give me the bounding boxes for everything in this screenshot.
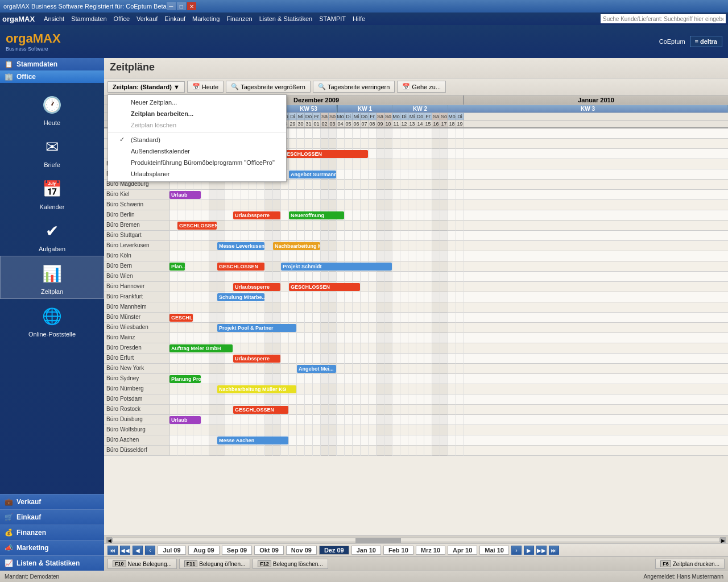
menu-listen[interactable]: Listen & Statistiken bbox=[256, 14, 316, 23]
cell-24-30 bbox=[408, 374, 416, 384]
nav-last-button[interactable]: ⏭ bbox=[549, 546, 559, 555]
sidebar-section-stammdaten[interactable]: 📋 Stammdaten bbox=[0, 58, 104, 70]
zeitplan-dropdown-button[interactable]: Zeitplan: (Standard) ▼ bbox=[107, 81, 185, 93]
nav-mai10[interactable]: Mai 10 bbox=[479, 546, 509, 555]
nav-aug09[interactable]: Aug 09 bbox=[188, 546, 220, 555]
event-11-1[interactable]: Nachbearbeitung Me... bbox=[273, 242, 320, 250]
nav-mrz10[interactable]: Mrz 10 bbox=[416, 546, 445, 555]
event-23-0[interactable]: Angebot Mei... bbox=[297, 365, 336, 373]
neue-belegung-button[interactable]: F10 Neue Belegung... bbox=[107, 559, 177, 569]
cal-body[interactable]: lung Müller KGEröffnung Heinze ...GESCHL… bbox=[104, 128, 728, 535]
gehe-zu-button[interactable]: 📅 Gehe zu... bbox=[397, 81, 446, 93]
cell-3-34 bbox=[440, 159, 448, 169]
briefe-icon: ✉ bbox=[39, 133, 66, 160]
nav-sep09[interactable]: Sep 09 bbox=[222, 546, 252, 555]
sidebar-item-finanzen[interactable]: 💰 Finanzen bbox=[0, 525, 104, 540]
cell-29-28 bbox=[392, 425, 400, 435]
cell-19-36 bbox=[456, 323, 464, 333]
nav-nov09[interactable]: Nov 09 bbox=[286, 546, 317, 555]
sidebar-item-marketing[interactable]: 📣 Marketing bbox=[0, 540, 104, 555]
nav-feb10[interactable]: Feb 10 bbox=[383, 546, 413, 555]
event-2-1[interactable]: GESCHLOSSEN bbox=[281, 150, 368, 158]
dropdown-edit[interactable]: Zeitplan bearbeiten... bbox=[108, 108, 286, 119]
dropdown-buromobel[interactable]: Produkteinführung Büromöbelprogramm "Off… bbox=[108, 157, 286, 168]
event-27-0[interactable]: GESCHLOSSEN bbox=[233, 406, 288, 414]
event-30-0[interactable]: Messe Aachen bbox=[217, 436, 288, 444]
menu-office[interactable]: Office bbox=[110, 14, 134, 23]
sidebar-section-office[interactable]: 🏢 Office bbox=[0, 70, 104, 83]
verringern-button[interactable]: 🔍 Tagesbreite verringern bbox=[313, 81, 395, 93]
menu-verkauf[interactable]: Verkauf bbox=[133, 14, 161, 23]
event-25-0[interactable]: Nachbearbeitung Müller KG bbox=[217, 385, 296, 393]
menu-marketing[interactable]: Marketing bbox=[189, 14, 223, 23]
scroll-track[interactable] bbox=[112, 538, 720, 542]
heute-button[interactable]: 📅 Heute bbox=[187, 81, 224, 93]
vergroessern-button[interactable]: 🔍 Tagesbreite vergrößern bbox=[226, 81, 311, 93]
dropdown-new[interactable]: Neuer Zeitplan... bbox=[108, 97, 286, 108]
event-28-0[interactable]: Urlaub bbox=[169, 416, 201, 424]
nav-prev-button[interactable]: ◀ bbox=[133, 546, 143, 555]
maximize-button[interactable]: □ bbox=[177, 2, 186, 10]
menu-einkauf[interactable]: Einkauf bbox=[161, 14, 189, 23]
event-6-0[interactable]: Urlaub bbox=[169, 191, 201, 199]
sidebar-item-briefe[interactable]: ✉ Briefe bbox=[0, 130, 104, 172]
nav-dez09[interactable]: Dez 09 bbox=[319, 546, 349, 555]
nav-next-small-button[interactable]: › bbox=[511, 546, 522, 555]
event-8-0[interactable]: Urlaubssperre bbox=[233, 211, 280, 219]
cell-4-32 bbox=[424, 169, 432, 180]
dropdown-standard[interactable]: ✓ (Standard) bbox=[108, 134, 286, 146]
scroll-left-icon[interactable]: ◄ bbox=[106, 537, 112, 543]
event-19-0[interactable]: Projekt Pool & Partner bbox=[217, 324, 296, 332]
cell-19-34 bbox=[440, 323, 448, 333]
nav-next-far-button[interactable]: ▶▶ bbox=[536, 546, 547, 555]
zeitplan-drucken-button[interactable]: F6 Zeitplan drucken... bbox=[655, 559, 725, 569]
event-4-2[interactable]: Angebot Surrmann bbox=[289, 171, 336, 178]
nav-next-button[interactable]: ▶ bbox=[524, 546, 534, 555]
nav-jul09[interactable]: Jul 09 bbox=[158, 546, 186, 555]
cell-0-35 bbox=[448, 128, 456, 139]
event-9-0[interactable]: GESCHLOSSEN bbox=[177, 222, 217, 230]
nav-prev-small-button[interactable]: ‹ bbox=[145, 546, 155, 555]
event-11-0[interactable]: Messe Leverkusen bbox=[217, 242, 264, 250]
menu-finanzen[interactable]: Finanzen bbox=[223, 14, 255, 23]
nav-apr10[interactable]: Apr 10 bbox=[448, 546, 477, 555]
nav-okt09[interactable]: Okt 09 bbox=[254, 546, 284, 555]
sidebar-item-zeitplan[interactable]: 📊 Zeitplan bbox=[0, 256, 104, 299]
event-8-1[interactable]: Neueröffnung bbox=[289, 211, 344, 219]
event-15-0[interactable]: Urlaubssperre bbox=[233, 283, 280, 291]
close-button[interactable]: ✕ bbox=[187, 2, 196, 10]
sidebar-item-online-poststelle[interactable]: 🌐 Online-Poststelle bbox=[0, 299, 104, 341]
sidebar-item-aufgaben[interactable]: ✔ Aufgaben bbox=[0, 214, 104, 256]
scroll-thumb[interactable] bbox=[355, 538, 401, 543]
sidebar-item-heute[interactable]: 🕐 Heute bbox=[0, 88, 104, 130]
event-16-0[interactable]: Schulung Mitarbe... bbox=[217, 293, 264, 301]
search-input[interactable] bbox=[601, 14, 726, 23]
belegung-oeffnen-button[interactable]: F11 Belegung öffnen... bbox=[179, 559, 251, 569]
belegung-loeschen-button[interactable]: F12 Belegung löschen... bbox=[253, 559, 328, 569]
menu-hilfe[interactable]: Hilfe bbox=[349, 14, 369, 23]
menu-stammdaten[interactable]: Stammdaten bbox=[68, 14, 110, 23]
event-24-0[interactable]: Planung Proj... bbox=[169, 375, 201, 383]
event-13-1[interactable]: GESCHLOSSEN bbox=[217, 263, 264, 271]
event-13-2[interactable]: Projekt Schmidt bbox=[281, 263, 392, 271]
sidebar-item-listen[interactable]: 📈 Listen & Statistiken bbox=[0, 555, 104, 571]
scroll-right-icon[interactable]: ► bbox=[720, 537, 726, 543]
nav-jan10[interactable]: Jan 10 bbox=[351, 546, 381, 555]
event-22-0[interactable]: Urlaubssperre bbox=[233, 355, 280, 363]
event-15-1[interactable]: GESCHLOSSEN bbox=[289, 283, 360, 291]
sidebar-item-kalender[interactable]: 📅 Kalender bbox=[0, 172, 104, 214]
cell-14-10 bbox=[249, 272, 257, 282]
event-18-0[interactable]: GESCHL.... bbox=[169, 314, 193, 322]
nav-first-button[interactable]: ⏮ bbox=[107, 546, 118, 555]
sidebar-item-verkauf[interactable]: 💼 Verkauf bbox=[0, 494, 104, 509]
menu-ansicht[interactable]: Ansicht bbox=[40, 14, 68, 23]
sidebar-item-einkauf[interactable]: 🛒 Einkauf bbox=[0, 509, 104, 525]
menu-stampit[interactable]: STAMPIT bbox=[316, 14, 349, 23]
event-13-0[interactable]: Plan... bbox=[169, 263, 185, 271]
nav-prev-far-button[interactable]: ◀◀ bbox=[120, 546, 130, 555]
event-21-0[interactable]: Auftrag Meier GmbH bbox=[169, 344, 233, 352]
dropdown-aussendienstkalender[interactable]: Außendienstkalender bbox=[108, 146, 286, 157]
cal-scrollbar[interactable]: ◄ ► bbox=[104, 535, 728, 543]
dropdown-urlaubsplaner[interactable]: Urlaubsplaner bbox=[108, 168, 286, 180]
minimize-button[interactable]: ─ bbox=[167, 2, 176, 10]
